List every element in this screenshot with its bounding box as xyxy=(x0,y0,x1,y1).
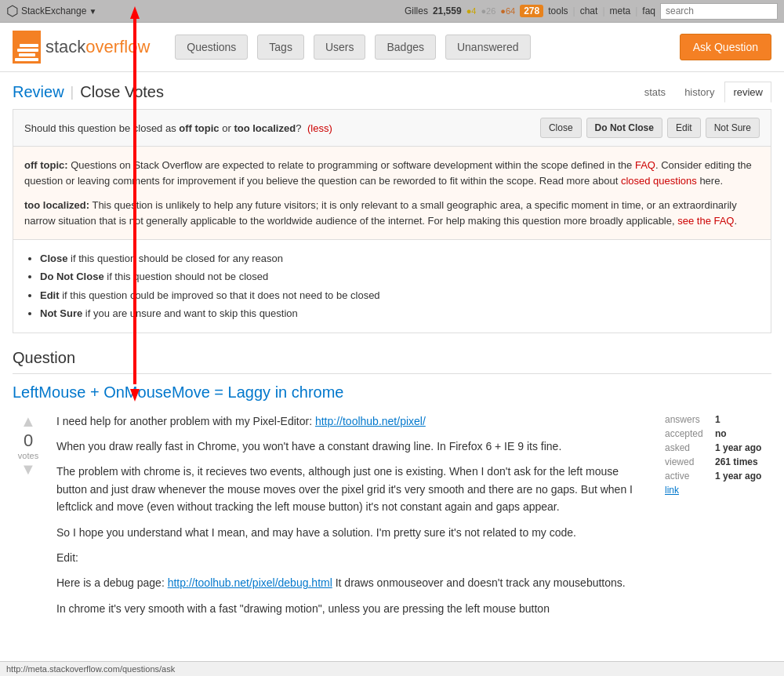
so-logo-icon xyxy=(13,31,41,64)
off-topic-section: off topic: Questions on Stack Overflow a… xyxy=(24,158,760,188)
off-topic-title: off topic: xyxy=(24,159,68,171)
not-sure-button[interactable]: Not Sure xyxy=(706,118,760,138)
question-meta: answers 1 accepted no asked 1 year ago v… xyxy=(662,413,771,626)
legend-not-sure: Not Sure if you are unsure and want to s… xyxy=(40,304,760,322)
debug-link[interactable]: http://toolhub.net/pixel/debug.html xyxy=(168,576,332,589)
top-bar: ⬡ StackExchange ▼ Gilles 21,559 ●4 ●26 ●… xyxy=(0,0,784,23)
question-section: Question LeftMouse + OnMouseMove = Laggy… xyxy=(13,349,771,626)
or-text: or xyxy=(222,122,231,134)
off-topic-label: off topic xyxy=(179,122,219,134)
ask-question-button[interactable]: Ask Question xyxy=(680,34,771,60)
sep3: | xyxy=(635,5,637,16)
review-header: Review | Close Votes stats history revie… xyxy=(13,72,771,110)
meta-viewed-val: 261 times xyxy=(712,455,771,469)
review-info: off topic: Questions on Stack Overflow a… xyxy=(13,147,771,240)
too-localized-section: too localized: This question is unlikely… xyxy=(24,198,760,228)
faq-link[interactable]: faq xyxy=(642,5,655,16)
meta-answers-label: answers xyxy=(662,413,712,427)
nav-questions[interactable]: Questions xyxy=(175,35,248,60)
sep1: | xyxy=(573,5,575,16)
question-vote: ▲ 0 votes ▼ xyxy=(13,413,44,626)
username[interactable]: Gilles xyxy=(405,5,428,16)
breadcrumb-separator: | xyxy=(71,84,74,100)
meta-active: active 1 year ago xyxy=(662,469,771,483)
meta-viewed: viewed 261 times xyxy=(662,455,771,469)
question-para-0: I need help for another problem with my … xyxy=(56,413,649,430)
too-localized-label: too localized xyxy=(234,122,296,134)
meta-asked-label: asked xyxy=(662,441,712,455)
faq-link-2[interactable]: see the FAQ xyxy=(677,215,734,227)
question-para-6: In chrome it's very smooth with a fast "… xyxy=(56,600,649,617)
tab-history[interactable]: history xyxy=(676,82,723,103)
too-localized-content: too localized: This question is unlikely… xyxy=(24,199,737,227)
meta-accepted-val: no xyxy=(712,427,771,441)
nav-unanswered[interactable]: Unanswered xyxy=(445,35,531,60)
nav-badges[interactable]: Badges xyxy=(375,35,435,60)
vote-up-button[interactable]: ▲ xyxy=(13,413,44,431)
site-dropdown-arrow[interactable]: ▼ xyxy=(89,7,96,16)
text-prefix: Should this question be closed as xyxy=(24,122,176,134)
pixel-link[interactable]: http://toolhub.net/pixel/ xyxy=(315,415,426,427)
legend-do-not-close: Do Not Close if this question should not… xyxy=(40,267,760,285)
less-link[interactable]: (less) xyxy=(307,122,332,134)
meta-link[interactable]: meta xyxy=(610,5,631,16)
review-question-bar: Should this question be closed as off to… xyxy=(13,110,771,147)
off-topic-content: off topic: Questions on Stack Overflow a… xyxy=(24,159,752,187)
meta-active-label: active xyxy=(662,469,712,483)
question-link[interactable]: link xyxy=(665,485,679,496)
review-legend: Close if this question should be closed … xyxy=(13,240,771,333)
legend-list: Close if this question should be closed … xyxy=(24,249,760,323)
nav-tags[interactable]: Tags xyxy=(257,35,304,60)
reputation: 21,559 xyxy=(433,5,462,16)
so-header: stackoverflow Questions Tags Users Badge… xyxy=(0,23,784,72)
do-not-close-button[interactable]: Do Not Close xyxy=(586,118,662,138)
question-para-1: When you draw really fast in Chrome, you… xyxy=(56,438,649,455)
tools-link[interactable]: tools xyxy=(548,5,568,16)
nav-users[interactable]: Users xyxy=(314,35,366,60)
meta-link-row: link xyxy=(662,483,771,497)
badge-bronze: ●64 xyxy=(500,6,515,16)
tags-count-badge[interactable]: 278 xyxy=(520,5,543,17)
breadcrumb-close-votes: Close Votes xyxy=(80,83,164,101)
legend-edit: Edit if this question could be improved … xyxy=(40,286,760,304)
review-tabs: stats history review xyxy=(636,82,771,103)
site-name: StackExchange xyxy=(21,5,86,16)
tab-review[interactable]: review xyxy=(724,82,771,103)
question-title[interactable]: LeftMouse + OnMouseMove = Laggy in chrom… xyxy=(13,383,771,402)
vote-down-button[interactable]: ▼ xyxy=(13,460,44,478)
edit-button[interactable]: Edit xyxy=(667,118,701,138)
question-section-heading: Question xyxy=(13,349,771,374)
sep2: | xyxy=(602,5,604,16)
meta-accepted-label: accepted xyxy=(662,427,712,441)
question-body: ▲ 0 votes ▼ I need help for another prob… xyxy=(13,413,771,626)
too-localized-title: too localized: xyxy=(24,199,89,211)
question-para-4: Edit: xyxy=(56,549,649,566)
question-para-3: So I hope you understand what I mean, an… xyxy=(56,524,649,541)
review-question-text: Should this question be closed as off to… xyxy=(24,122,332,134)
question-para-2: The problem with chrome is, it recieves … xyxy=(56,463,649,515)
breadcrumb-review[interactable]: Review xyxy=(13,83,64,101)
vote-label: votes xyxy=(13,451,44,460)
faq-link-1[interactable]: FAQ xyxy=(635,159,655,171)
chat-link[interactable]: chat xyxy=(580,5,598,16)
meta-accepted: accepted no xyxy=(662,427,771,441)
question-content: I need help for another problem with my … xyxy=(56,413,649,626)
tab-stats[interactable]: stats xyxy=(636,82,674,103)
so-logo[interactable]: stackoverflow xyxy=(13,31,150,64)
badge-silver: ●26 xyxy=(481,6,495,16)
close-button[interactable]: Close xyxy=(540,118,582,138)
badge-gold: ●4 xyxy=(466,6,477,16)
question-para-5: Here is a debug page: http://toolhub.net… xyxy=(56,574,649,591)
legend-close: Close if this question should be closed … xyxy=(40,249,760,267)
so-logo-text: stackoverflow xyxy=(45,37,150,57)
action-buttons: Close Do Not Close Edit Not Sure xyxy=(540,118,760,138)
meta-asked-val: 1 year ago xyxy=(712,441,771,455)
meta-viewed-label: viewed xyxy=(662,455,712,469)
closed-questions-link[interactable]: closed questions xyxy=(621,175,697,187)
review-panel: Should this question be closed as off to… xyxy=(13,110,771,333)
meta-asked: asked 1 year ago xyxy=(662,441,771,455)
search-input[interactable] xyxy=(660,3,778,20)
se-logo[interactable]: ⬡ StackExchange ▼ xyxy=(6,2,96,20)
meta-answers-val: 1 xyxy=(712,413,771,427)
main-content: Review | Close Votes stats history revie… xyxy=(0,72,784,625)
